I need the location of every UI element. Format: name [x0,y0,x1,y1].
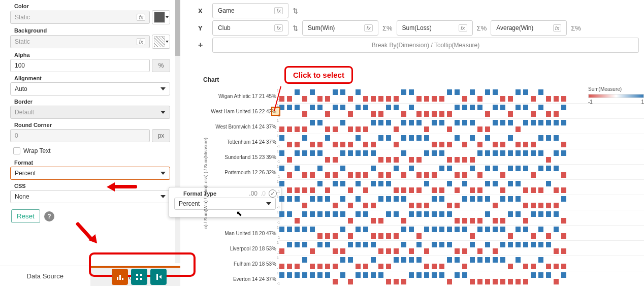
bars-row: 1-1 [279,119,644,134]
table-row: 1-1 [203,210,644,226]
club-label: West Ham United 16 22 42% [203,109,279,114]
fx-icon: fx [274,24,283,31]
chevron-down-icon [160,111,166,114]
bars-row: 1-1 [279,271,644,286]
svg-rect-0 [117,277,118,280]
legend-title: Sum(Measure) [588,86,644,92]
y-pill-sumwin[interactable]: Sum(Win)fx [302,20,378,36]
sigma-icon[interactable]: Σ% [477,24,487,32]
format-select[interactable]: Percent [10,167,170,180]
table-row: Portsmouth 12 26 32%1-1 [203,165,644,180]
bars-row: 1-1 [279,180,644,195]
club-label: Man United 18 20 47% [203,231,279,236]
round-input[interactable]: 0 [10,129,150,142]
yaxis-label: n) / Sum(Win) / Sum(Loss) ) / Sum(Measur… [203,138,208,229]
scrollbar[interactable] [175,0,180,263]
bars-row: 1-1 [279,134,644,149]
wrap-text-checkbox[interactable] [13,147,20,154]
club-label: Fulham 20 18 53% [203,261,279,267]
svg-rect-7 [156,274,158,280]
table-row: West Bromwich 14 24 37%1-1 [203,119,644,134]
table-row: Man United 18 20 47%1-1 [203,226,644,241]
click-to-select-callout: Click to select [284,66,353,84]
club-label: Everton 14 24 37% [203,276,279,282]
fx-icon: fx [459,24,467,31]
background-select[interactable]: Staticfx [10,35,150,48]
tab-data-source[interactable]: Data Source [0,266,90,286]
y-pill-avgwin[interactable]: Average(Win)fx [491,20,567,36]
table-row: West Ham United 16 22 42%1-1 [203,104,644,119]
chart-area: Chart n) / Sum(Win) / Sum(Loss) ) / Sum(… [203,76,644,286]
sort-icon[interactable]: ⇅ [293,7,298,15]
x-pill[interactable]: Gamefx [212,3,288,18]
css-label: CSS [14,183,170,189]
color-swatch-button[interactable] [152,10,170,24]
bar-chart-icon[interactable] [112,269,128,285]
table-row: Sunderland 15 23 39%1-1 [203,149,644,165]
bars-row: 1-1 [279,149,644,165]
alignment-select[interactable]: Auto [10,82,170,96]
chart-title: Chart [203,76,644,83]
bars-row: 1-1 [279,195,644,210]
y-pill-sumloss[interactable]: Sum(Loss)fx [397,20,473,36]
sort-icon[interactable]: ⇅ [293,24,298,32]
bg-swatch-button[interactable] [152,35,170,49]
add-shelf-button[interactable]: + [198,41,208,50]
svg-rect-2 [122,278,123,280]
sigma-icon[interactable]: Σ% [571,24,581,32]
help-icon[interactable]: ? [44,211,54,221]
club-label: Tottenham 14 24 37% [203,139,279,145]
format-label: Format [14,160,170,166]
table-row: Liverpool 20 18 53%1-1 [203,241,644,256]
indicator-icon[interactable] [150,269,167,285]
hatch-swatch [154,36,165,47]
round-suffix: px [152,129,170,142]
bars-row: 1-1 [279,226,644,241]
border-label: Border [14,99,170,105]
club-label: Portsmouth 12 26 32% [203,170,279,175]
bars-row: 1-1 [279,104,644,119]
alignment-label: Alignment [14,75,170,81]
color-swatch [154,12,165,23]
y-pill-club[interactable]: Clubfx [212,20,288,36]
reset-button[interactable]: Reset [11,209,40,223]
alpha-label: Alpha [14,52,170,58]
fx-icon: fx [137,14,145,21]
bars-row: 1-1 [279,210,644,226]
round-label: Round Corner [14,122,170,128]
x-shelf-label: X [198,7,208,15]
club-label: Wigan Athletic 17 21 45% [203,93,279,99]
format-panel: Color Staticfx Background Staticfx Alpha… [0,0,180,286]
bars-row: 1-1 [279,256,644,271]
chevron-down-icon [160,195,166,198]
background-label: Background [14,27,170,34]
table-row: Wigan Athletic 17 21 45%1-1 [203,88,644,104]
legend-gradient [588,94,644,98]
chart-type-icons [112,269,167,285]
svg-rect-3 [136,274,138,276]
y-shelf-label: Y [198,24,208,32]
legend: Sum(Measure) -11 [588,86,644,105]
table-row: Everton 14 24 37%1-1 [203,271,644,286]
table-icon[interactable] [131,269,147,285]
color-select[interactable]: Staticfx [10,11,150,24]
svg-rect-6 [140,278,142,280]
table-row: 1-1 [203,180,644,195]
color-label: Color [14,3,170,9]
fx-icon: fx [364,24,373,31]
css-select[interactable]: None [10,190,170,203]
club-label: West Bromwich 14 24 37% [203,124,279,130]
fx-icon: fx [274,7,283,14]
bars-row: 1-1 [279,241,644,256]
svg-rect-1 [119,275,121,280]
border-select[interactable]: Default [10,106,170,119]
svg-rect-5 [136,278,138,280]
table-row: Tottenham 14 24 37%1-1 [203,134,644,149]
bars-row: 1-1 [279,165,644,180]
table-row: 1-1 [203,195,644,210]
alpha-input[interactable]: 100 [10,59,150,72]
sigma-icon[interactable]: Σ% [382,24,393,32]
wrap-text-label: Wrap Text [23,147,51,154]
fx-icon: fx [137,38,145,45]
break-by-pill[interactable]: Break By(Dimension) / Tooltip(Measure) [212,38,639,53]
